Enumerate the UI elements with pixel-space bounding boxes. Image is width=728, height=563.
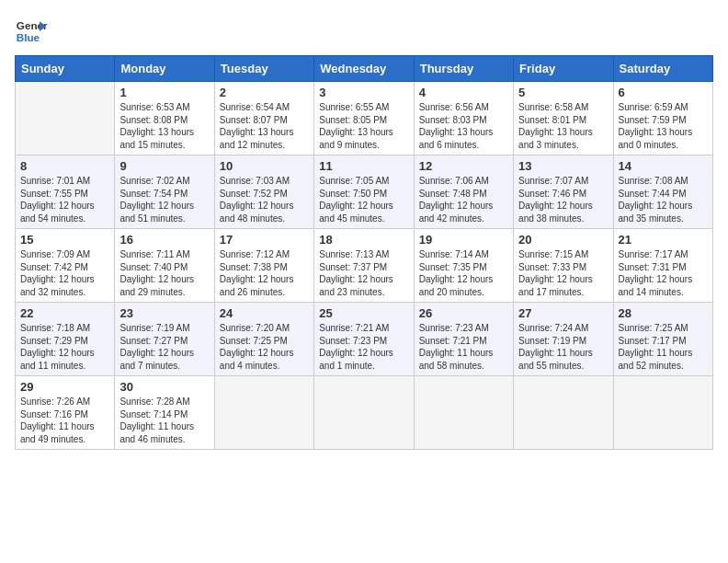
calendar-cell: 18Sunrise: 7:13 AMSunset: 7:37 PMDayligh…: [314, 229, 414, 303]
day-detail: Sunrise: 7:14 AMSunset: 7:35 PMDaylight:…: [419, 248, 508, 298]
day-number: 11: [319, 159, 408, 173]
day-number: 18: [319, 233, 408, 247]
logo: General Blue: [15, 15, 48, 48]
calendar-week-4: 22Sunrise: 7:18 AMSunset: 7:29 PMDayligh…: [16, 303, 713, 376]
calendar-cell: 26Sunrise: 7:23 AMSunset: 7:21 PMDayligh…: [414, 303, 513, 376]
day-detail: Sunrise: 7:19 AMSunset: 7:27 PMDaylight:…: [119, 322, 209, 372]
day-number: 24: [220, 306, 309, 320]
day-detail: Sunrise: 7:03 AMSunset: 7:52 PMDaylight:…: [220, 175, 309, 224]
day-number: 4: [419, 86, 508, 99]
day-number: 15: [20, 233, 109, 247]
weekday-header-tuesday: Tuesday: [214, 56, 313, 82]
day-detail: Sunrise: 7:26 AMSunset: 7:16 PMDaylight:…: [20, 396, 109, 445]
day-number: 23: [119, 306, 209, 320]
day-detail: Sunrise: 7:18 AMSunset: 7:29 PMDaylight:…: [20, 322, 109, 372]
day-detail: Sunrise: 7:08 AMSunset: 7:44 PMDaylight:…: [619, 175, 708, 224]
calendar-cell: 28Sunrise: 7:25 AMSunset: 7:17 PMDayligh…: [613, 303, 712, 376]
day-detail: Sunrise: 7:28 AMSunset: 7:14 PMDaylight:…: [119, 396, 209, 445]
day-number: 9: [119, 159, 209, 173]
day-number: 30: [119, 380, 209, 394]
day-detail: Sunrise: 6:53 AMSunset: 8:08 PMDaylight:…: [119, 101, 209, 151]
calendar-cell: 3Sunrise: 6:55 AMSunset: 8:05 PMDaylight…: [314, 82, 414, 155]
day-number: 20: [518, 233, 608, 247]
day-number: 22: [20, 306, 109, 320]
day-number: 13: [518, 159, 608, 173]
day-number: 27: [518, 306, 608, 320]
weekday-header-thursday: Thursday: [414, 56, 513, 82]
day-detail: Sunrise: 7:09 AMSunset: 7:42 PMDaylight:…: [20, 248, 109, 298]
calendar-cell: 17Sunrise: 7:12 AMSunset: 7:38 PMDayligh…: [214, 229, 313, 303]
calendar-cell: [314, 376, 414, 450]
day-number: 19: [419, 233, 508, 247]
weekday-header-friday: Friday: [514, 56, 613, 82]
calendar-cell: 8Sunrise: 7:01 AMSunset: 7:55 PMDaylight…: [16, 155, 115, 229]
day-number: 12: [419, 159, 508, 173]
calendar-cell: 21Sunrise: 7:17 AMSunset: 7:31 PMDayligh…: [613, 229, 712, 303]
page-header: General Blue: [15, 15, 713, 48]
calendar-cell: 10Sunrise: 7:03 AMSunset: 7:52 PMDayligh…: [214, 155, 313, 229]
day-number: 3: [319, 86, 408, 99]
day-number: 21: [619, 233, 708, 247]
day-detail: Sunrise: 7:01 AMSunset: 7:55 PMDaylight:…: [20, 175, 109, 224]
day-number: 29: [20, 380, 109, 394]
day-detail: Sunrise: 7:15 AMSunset: 7:33 PMDaylight:…: [518, 248, 608, 298]
calendar-cell: 22Sunrise: 7:18 AMSunset: 7:29 PMDayligh…: [16, 303, 115, 376]
calendar-cell: 23Sunrise: 7:19 AMSunset: 7:27 PMDayligh…: [115, 303, 214, 376]
day-number: 8: [20, 159, 109, 173]
logo-icon: General Blue: [15, 15, 48, 48]
day-detail: Sunrise: 7:25 AMSunset: 7:17 PMDaylight:…: [619, 322, 708, 372]
svg-text:Blue: Blue: [17, 31, 40, 43]
day-detail: Sunrise: 6:55 AMSunset: 8:05 PMDaylight:…: [319, 101, 408, 151]
calendar-cell: 25Sunrise: 7:21 AMSunset: 7:23 PMDayligh…: [314, 303, 414, 376]
day-detail: Sunrise: 7:11 AMSunset: 7:40 PMDaylight:…: [119, 248, 209, 298]
day-number: 14: [619, 159, 708, 173]
day-number: 17: [220, 233, 309, 247]
calendar-cell: 6Sunrise: 6:59 AMSunset: 7:59 PMDaylight…: [613, 82, 712, 155]
calendar-cell: 27Sunrise: 7:24 AMSunset: 7:19 PMDayligh…: [514, 303, 613, 376]
day-detail: Sunrise: 7:05 AMSunset: 7:50 PMDaylight:…: [319, 175, 408, 224]
weekday-header-wednesday: Wednesday: [314, 56, 414, 82]
calendar-cell: [613, 376, 712, 450]
calendar-cell: [214, 376, 313, 450]
calendar-cell: 5Sunrise: 6:58 AMSunset: 8:01 PMDaylight…: [514, 82, 613, 155]
calendar-cell: 30Sunrise: 7:28 AMSunset: 7:14 PMDayligh…: [115, 376, 214, 450]
day-detail: Sunrise: 7:17 AMSunset: 7:31 PMDaylight:…: [619, 248, 708, 298]
calendar-cell: 15Sunrise: 7:09 AMSunset: 7:42 PMDayligh…: [16, 229, 115, 303]
day-detail: Sunrise: 7:07 AMSunset: 7:46 PMDaylight:…: [518, 175, 608, 224]
calendar-cell: 4Sunrise: 6:56 AMSunset: 8:03 PMDaylight…: [414, 82, 513, 155]
day-detail: Sunrise: 7:06 AMSunset: 7:48 PMDaylight:…: [419, 175, 508, 224]
day-detail: Sunrise: 7:24 AMSunset: 7:19 PMDaylight:…: [518, 322, 608, 372]
day-number: 28: [619, 306, 708, 320]
day-detail: Sunrise: 7:12 AMSunset: 7:38 PMDaylight:…: [220, 248, 309, 298]
day-detail: Sunrise: 6:59 AMSunset: 7:59 PMDaylight:…: [619, 101, 708, 151]
calendar-cell: 1Sunrise: 6:53 AMSunset: 8:08 PMDaylight…: [115, 82, 214, 155]
day-number: 26: [419, 306, 508, 320]
calendar-header-row: SundayMondayTuesdayWednesdayThursdayFrid…: [16, 56, 713, 82]
day-detail: Sunrise: 7:02 AMSunset: 7:54 PMDaylight:…: [119, 175, 209, 224]
calendar-cell: 20Sunrise: 7:15 AMSunset: 7:33 PMDayligh…: [514, 229, 613, 303]
calendar-cell: [514, 376, 613, 450]
calendar-week-1: 1Sunrise: 6:53 AMSunset: 8:08 PMDaylight…: [16, 82, 713, 155]
calendar-cell: 12Sunrise: 7:06 AMSunset: 7:48 PMDayligh…: [414, 155, 513, 229]
day-number: 6: [619, 86, 708, 99]
calendar-table: SundayMondayTuesdayWednesdayThursdayFrid…: [15, 55, 713, 450]
calendar-cell: [414, 376, 513, 450]
calendar-cell: 9Sunrise: 7:02 AMSunset: 7:54 PMDaylight…: [115, 155, 214, 229]
day-detail: Sunrise: 6:54 AMSunset: 8:07 PMDaylight:…: [220, 101, 309, 151]
day-detail: Sunrise: 7:23 AMSunset: 7:21 PMDaylight:…: [419, 322, 508, 372]
calendar-cell: 2Sunrise: 6:54 AMSunset: 8:07 PMDaylight…: [214, 82, 313, 155]
calendar-cell: 24Sunrise: 7:20 AMSunset: 7:25 PMDayligh…: [214, 303, 313, 376]
calendar-cell: 29Sunrise: 7:26 AMSunset: 7:16 PMDayligh…: [16, 376, 115, 450]
weekday-header-sunday: Sunday: [16, 56, 115, 82]
calendar-week-3: 15Sunrise: 7:09 AMSunset: 7:42 PMDayligh…: [16, 229, 713, 303]
day-number: 16: [119, 233, 209, 247]
day-number: 2: [220, 86, 309, 99]
day-number: 10: [220, 159, 309, 173]
day-number: 5: [518, 86, 608, 99]
day-detail: Sunrise: 6:58 AMSunset: 8:01 PMDaylight:…: [518, 101, 608, 151]
day-detail: Sunrise: 6:56 AMSunset: 8:03 PMDaylight:…: [419, 101, 508, 151]
calendar-week-5: 29Sunrise: 7:26 AMSunset: 7:16 PMDayligh…: [16, 376, 713, 450]
calendar-cell: 13Sunrise: 7:07 AMSunset: 7:46 PMDayligh…: [514, 155, 613, 229]
day-number: 1: [119, 86, 209, 99]
calendar-cell: 11Sunrise: 7:05 AMSunset: 7:50 PMDayligh…: [314, 155, 414, 229]
